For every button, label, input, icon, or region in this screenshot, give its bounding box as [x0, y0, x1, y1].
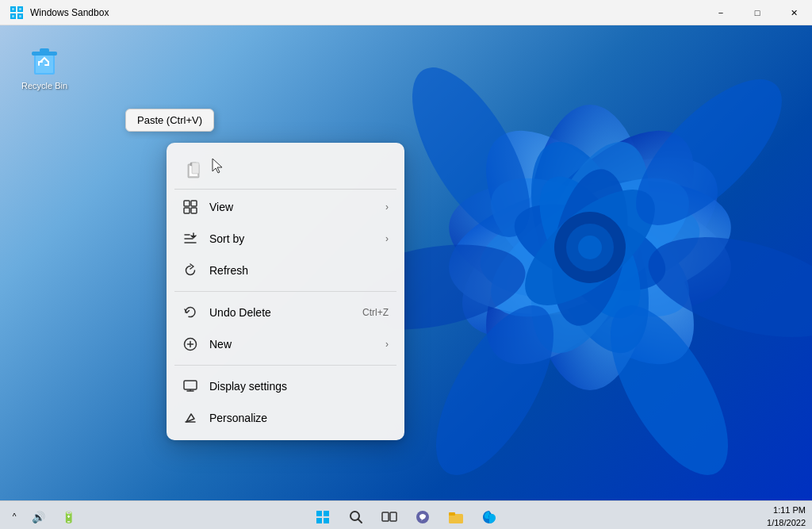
- context-menu-sort-by[interactable]: Sort by ›: [170, 223, 401, 255]
- sort-by-label: Sort by: [209, 232, 385, 245]
- context-menu-paste-icon-row[interactable]: [170, 149, 401, 187]
- sort-icon: [182, 231, 198, 247]
- system-clock[interactable]: 1:11 PM 1/18/2022: [767, 504, 806, 529]
- personalize-icon: [182, 410, 198, 426]
- context-menu-view[interactable]: View ›: [170, 191, 401, 223]
- desktop[interactable]: Recycle Bin Paste (Ctrl+V): [0, 25, 812, 500]
- svg-marker-40: [213, 159, 222, 173]
- svg-rect-50: [324, 511, 329, 516]
- paste-tooltip-text: Paste (Ctrl+V): [137, 114, 202, 126]
- view-label: View: [209, 201, 385, 213]
- chat-button[interactable]: [408, 503, 437, 530]
- undo-icon: [182, 305, 198, 320]
- new-icon: [182, 336, 198, 352]
- context-menu: View › Sort by › Refresh: [167, 143, 404, 440]
- context-menu-display-settings[interactable]: Display settings: [170, 370, 401, 402]
- svg-rect-49: [316, 511, 322, 516]
- taskbar: ^ 🔊 🔋: [0, 500, 812, 529]
- personalize-label: Personalize: [209, 412, 389, 424]
- new-arrow: ›: [385, 339, 389, 350]
- task-view-button[interactable]: [375, 503, 404, 530]
- svg-rect-39: [192, 163, 199, 174]
- volume-button[interactable]: 🔊: [24, 503, 52, 530]
- svg-rect-52: [324, 518, 329, 523]
- view-icon: [182, 199, 198, 215]
- svg-rect-56: [390, 512, 396, 521]
- maximize-button[interactable]: □: [739, 0, 776, 25]
- display-settings-label: Display settings: [209, 380, 389, 393]
- undo-delete-label: Undo Delete: [209, 306, 347, 319]
- minimize-button[interactable]: −: [703, 0, 739, 25]
- refresh-icon: [182, 263, 198, 278]
- search-button[interactable]: [342, 503, 370, 530]
- separator-1: [174, 291, 396, 292]
- svg-rect-43: [184, 208, 190, 213]
- svg-line-54: [358, 519, 362, 523]
- taskbar-right: 1:11 PM 1/18/2022: [767, 504, 806, 529]
- svg-rect-7: [19, 15, 21, 17]
- app-icon: [10, 6, 24, 20]
- paste-tooltip: Paste (Ctrl+V): [125, 109, 214, 132]
- new-label: New: [209, 338, 385, 351]
- taskbar-left: ^ 🔊 🔋: [0, 503, 82, 530]
- context-menu-personalize[interactable]: Personalize: [170, 402, 401, 434]
- battery-icon: 🔋: [62, 511, 75, 523]
- clock-date: 1/18/2022: [767, 517, 806, 529]
- svg-rect-41: [184, 201, 190, 206]
- svg-rect-55: [382, 512, 389, 521]
- clock-time: 1:11 PM: [767, 504, 806, 516]
- start-button[interactable]: [308, 503, 337, 530]
- svg-rect-6: [12, 15, 14, 17]
- cursor-indicator: [211, 157, 225, 174]
- view-arrow: ›: [385, 201, 389, 213]
- tray-expand-button[interactable]: ^: [6, 503, 22, 530]
- undo-delete-shortcut: Ctrl+Z: [362, 307, 389, 318]
- svg-rect-44: [191, 208, 197, 213]
- recycle-bin-graphic: [28, 44, 61, 78]
- paste-icon: [182, 159, 205, 181]
- context-menu-refresh[interactable]: Refresh: [170, 255, 401, 286]
- context-menu-undo-delete[interactable]: Undo Delete Ctrl+Z: [170, 297, 401, 328]
- close-button[interactable]: ✕: [776, 0, 812, 25]
- taskbar-center: [308, 503, 504, 530]
- window-controls: − □ ✕: [703, 0, 812, 25]
- separator-2: [174, 365, 396, 366]
- recycle-bin-icon[interactable]: Recycle Bin: [16, 41, 73, 94]
- svg-rect-4: [12, 8, 14, 10]
- file-explorer-button[interactable]: [442, 503, 470, 530]
- recycle-bin-label: Recycle Bin: [21, 81, 67, 90]
- title-bar: Windows Sandbox − □ ✕: [0, 0, 812, 25]
- svg-rect-59: [449, 512, 455, 516]
- sort-by-arrow: ›: [385, 233, 389, 244]
- svg-rect-5: [19, 8, 21, 10]
- speaker-icon: 🔊: [32, 511, 45, 523]
- display-icon: [182, 378, 198, 394]
- svg-point-25: [578, 236, 602, 259]
- svg-rect-42: [191, 201, 197, 206]
- separator-top: [174, 189, 396, 190]
- edge-button[interactable]: [475, 503, 504, 530]
- refresh-label: Refresh: [209, 264, 389, 277]
- svg-rect-35: [40, 48, 49, 52]
- svg-rect-51: [316, 518, 322, 523]
- battery-button[interactable]: 🔋: [54, 503, 82, 530]
- svg-rect-46: [184, 381, 197, 389]
- chevron-up-icon: ^: [13, 512, 17, 521]
- context-menu-new[interactable]: New ›: [170, 328, 401, 360]
- window-title: Windows Sandbox: [30, 7, 802, 18]
